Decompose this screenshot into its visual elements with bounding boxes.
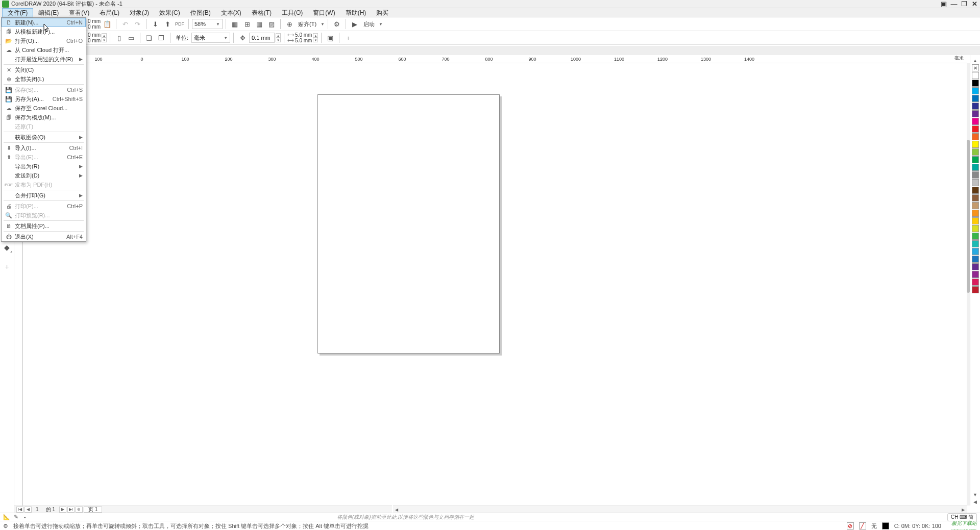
menu-close[interactable]: ✕ 关闭(C) — [2, 65, 86, 74]
color-swatch[interactable] — [972, 202, 979, 209]
horizontal-scrollbar[interactable]: ◀ ▶ — [393, 506, 967, 513]
vertical-scrollbar[interactable] — [967, 63, 970, 506]
color-swatch[interactable] — [972, 256, 979, 263]
color-swatch[interactable] — [972, 141, 979, 148]
color-swatch[interactable] — [972, 148, 979, 156]
color-swatch[interactable] — [972, 271, 979, 278]
document-page[interactable] — [317, 94, 500, 354]
menu-send-to[interactable]: 发送到(D) ▶ — [2, 171, 86, 180]
all-pages-button[interactable]: ❏ — [143, 32, 155, 43]
snap-grid-button[interactable]: ▨ — [266, 18, 277, 30]
fill-tool[interactable]: ◆ — [2, 242, 13, 253]
spin[interactable]: ▲▼ — [276, 33, 281, 42]
spin[interactable]: ▲▼ — [102, 33, 107, 42]
color-swatch[interactable] — [972, 279, 979, 286]
pos-input[interactable]: 0 mm 0 mm — [88, 32, 101, 43]
canvas[interactable] — [22, 63, 967, 506]
snap-label[interactable]: 贴齐(T) — [298, 20, 316, 28]
options-button[interactable]: ⚙ — [331, 18, 342, 30]
import-button[interactable]: ⬇ — [150, 18, 161, 30]
menu-exit[interactable]: ⏻ 退出(X) Alt+F4 — [2, 232, 86, 241]
copy-button[interactable]: 📋 — [102, 18, 113, 30]
guides-button[interactable]: ▦ — [254, 18, 265, 30]
color-swatch[interactable] — [972, 133, 979, 140]
color-swatch[interactable] — [972, 194, 979, 201]
color-swatch[interactable] — [972, 187, 979, 194]
menu-recent[interactable]: 打开最近用过的文件(R) ▶ — [2, 55, 86, 64]
menu-print-preview[interactable]: 🔍 打印预览(R)... — [2, 211, 86, 220]
menu-doc-properties[interactable]: 🗎 文档属性(P)... — [2, 221, 86, 231]
menu-publish-pdf[interactable]: PDF 发布为 PDF(H) — [2, 180, 86, 189]
export-button[interactable]: ⬆ — [162, 18, 173, 30]
menu-acquire-image[interactable]: 获取图像(Q) ▶ — [2, 133, 86, 142]
menu-window[interactable]: 窗口(W) — [308, 8, 340, 17]
menu-revert[interactable]: 还原(T) — [2, 122, 86, 131]
snap-icon[interactable]: ⊕ — [284, 18, 295, 30]
scrollbar-thumb[interactable] — [967, 140, 970, 293]
grid-button[interactable]: ⊞ — [241, 18, 253, 30]
color-swatch[interactable] — [972, 240, 979, 247]
dup-offset[interactable]: ⟷5.0 mm ⟷5.0 mm — [287, 32, 312, 43]
nudge-input[interactable] — [249, 33, 275, 43]
settings-icon[interactable]: ⚙ — [3, 523, 10, 529]
undo-button[interactable]: ↶ — [119, 18, 131, 30]
menu-tools[interactable]: 工具(O) — [277, 8, 308, 17]
color-swatch[interactable] — [972, 179, 979, 186]
menu-bitmap[interactable]: 位图(B) — [185, 8, 216, 17]
palette-flyout-icon[interactable]: ◀ — [973, 498, 977, 506]
palette-up-icon[interactable]: ▲ — [973, 57, 977, 64]
launch-label[interactable]: 启动 — [363, 20, 375, 28]
black-swatch[interactable] — [882, 522, 889, 529]
next-page-button[interactable]: ▶ — [59, 507, 66, 513]
color-swatch[interactable] — [972, 72, 979, 79]
color-swatch[interactable] — [972, 286, 979, 293]
color-swatch[interactable] — [972, 225, 979, 232]
menu-object[interactable]: 对象(J) — [125, 8, 154, 17]
maximize-button[interactable]: ❐ — [961, 1, 968, 8]
menu-effects[interactable]: 效果(C) — [154, 8, 185, 17]
menu-new[interactable]: 🗋 新建(N)... Ctrl+N — [2, 18, 86, 27]
color-swatch[interactable] — [972, 164, 979, 171]
color-swatch[interactable] — [972, 118, 979, 125]
first-page-button[interactable]: I◀ — [16, 507, 23, 513]
zoom-combo[interactable]: 58%▼ — [192, 19, 223, 29]
menu-open[interactable]: 📂 打开(O)... Ctrl+O — [2, 36, 86, 45]
prev-page-button[interactable]: ◀ — [24, 507, 32, 513]
menu-file[interactable]: 文件(F) — [2, 8, 33, 17]
help-icon[interactable]: ▣ — [940, 1, 947, 8]
menu-export[interactable]: ⬆ 导出(E)... Ctrl+E — [2, 153, 86, 162]
pdf-button[interactable]: PDF — [174, 18, 185, 30]
outline-swatch[interactable]: ╱ — [859, 522, 866, 529]
last-page-button[interactable]: ▶I — [67, 507, 75, 513]
color-swatch[interactable] — [972, 80, 979, 87]
menu-buy[interactable]: 购买 — [371, 8, 394, 17]
color-swatch[interactable] — [972, 110, 979, 117]
horizontal-ruler[interactable]: 毫米 2001000100200300400500600700800900100… — [14, 55, 967, 63]
page-tab[interactable]: 页 1 — [84, 507, 102, 513]
menu-save-as[interactable]: 💾 另存为(A)... Ctrl+Shift+S — [2, 94, 86, 104]
spin[interactable]: ▲▼ — [313, 33, 318, 42]
minimize-button[interactable]: — — [950, 1, 958, 8]
menu-close-all[interactable]: ⊗ 全部关闭(L) — [2, 74, 86, 84]
color-swatch[interactable] — [972, 171, 979, 179]
current-page-button[interactable]: ❐ — [156, 32, 167, 43]
color-swatch[interactable] — [972, 103, 979, 110]
fill-swatch[interactable]: ⊘ — [847, 522, 854, 529]
menu-save-template[interactable]: 🗐 保存为模版(M)... — [2, 113, 86, 122]
menu-import[interactable]: ⬇ 导入(I)... Ctrl+I — [2, 143, 86, 153]
no-color-swatch[interactable] — [972, 64, 979, 71]
close-button[interactable]: ✕ — [971, 1, 978, 8]
redo-button[interactable]: ↷ — [132, 18, 143, 30]
color-swatch[interactable] — [972, 87, 979, 94]
fullscreen-button[interactable]: ▦ — [229, 18, 240, 30]
palette-down-icon[interactable]: ▼ — [973, 491, 977, 498]
menu-table[interactable]: 表格(T) — [247, 8, 277, 17]
menu-print[interactable]: 🖨 打印(P)... Ctrl+P — [2, 201, 86, 211]
scroll-right-icon[interactable]: ▶ — [960, 506, 967, 513]
color-swatch[interactable] — [972, 217, 979, 224]
color-swatch[interactable] — [972, 156, 979, 163]
color-swatch[interactable] — [972, 95, 979, 102]
menu-text[interactable]: 文本(X) — [216, 8, 247, 17]
launch-icon[interactable]: ▶ — [349, 18, 360, 30]
menu-view[interactable]: 查看(V) — [64, 8, 94, 17]
